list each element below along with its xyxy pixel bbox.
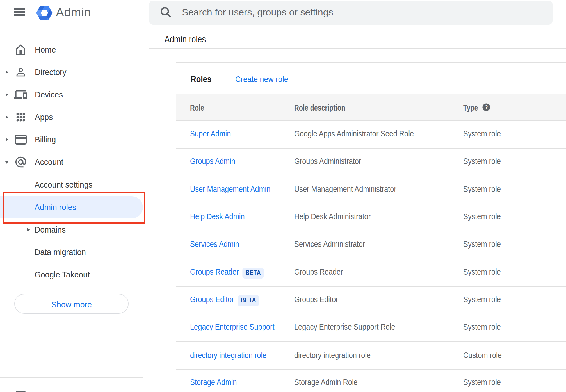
svg-text:?: ?	[485, 104, 488, 110]
